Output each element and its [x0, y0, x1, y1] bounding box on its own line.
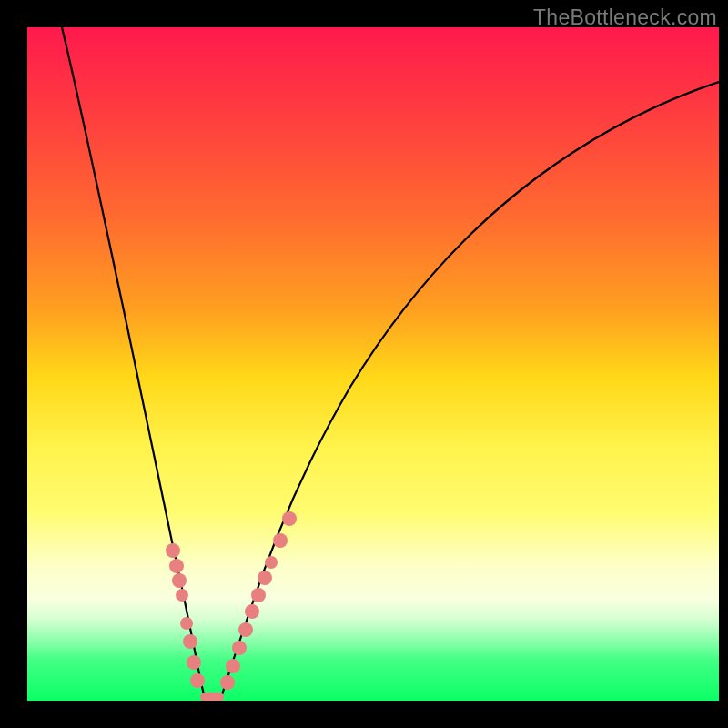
svg-point-3 — [176, 589, 188, 602]
curve-right-branch — [220, 82, 719, 701]
svg-point-14 — [251, 588, 266, 602]
svg-point-4 — [180, 617, 193, 630]
svg-point-16 — [265, 556, 278, 569]
svg-point-12 — [238, 622, 253, 637]
svg-point-6 — [187, 655, 201, 670]
plot-area — [27, 27, 719, 701]
svg-point-9 — [220, 675, 235, 690]
svg-point-5 — [183, 634, 197, 649]
svg-point-13 — [245, 604, 259, 619]
svg-point-11 — [232, 641, 247, 655]
curve-svg — [27, 27, 719, 701]
svg-point-2 — [172, 573, 187, 588]
svg-point-18 — [282, 511, 297, 526]
svg-point-7 — [190, 673, 205, 688]
watermark-text: TheBottleneck.com — [533, 5, 717, 30]
svg-rect-8 — [200, 693, 224, 701]
svg-point-0 — [166, 543, 180, 558]
chart-frame: TheBottleneck.com — [0, 0, 728, 728]
svg-point-15 — [258, 571, 272, 585]
svg-point-1 — [169, 559, 184, 573]
svg-point-17 — [273, 533, 288, 548]
svg-point-10 — [226, 659, 240, 673]
